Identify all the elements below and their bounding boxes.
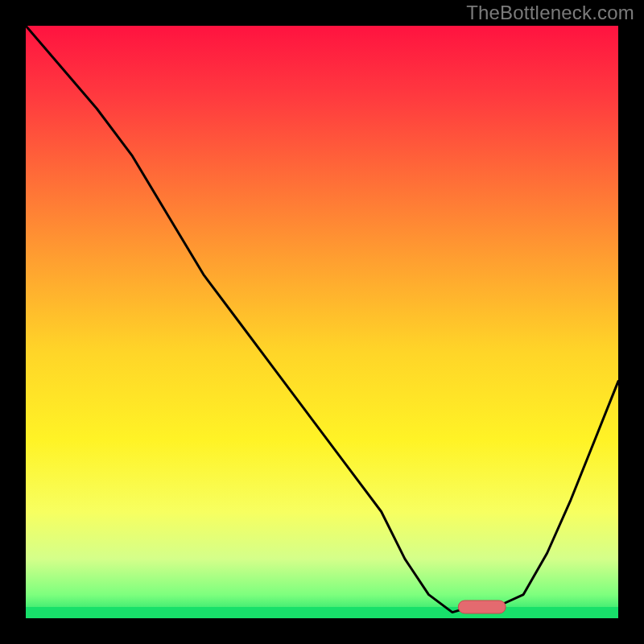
green-band xyxy=(26,607,618,618)
gradient-panel xyxy=(26,26,618,618)
watermark-text: TheBottleneck.com xyxy=(466,2,634,24)
chart-svg xyxy=(0,0,644,644)
chart-container: { "watermark": "TheBottleneck.com", "col… xyxy=(0,0,644,644)
optimal-marker xyxy=(458,601,506,613)
